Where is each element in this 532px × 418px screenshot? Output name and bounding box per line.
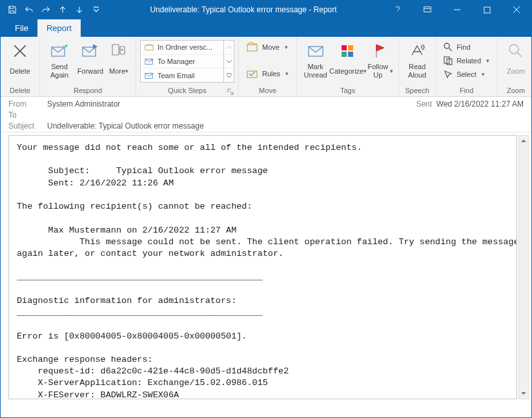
group-label-delete: Delete xyxy=(5,86,36,96)
gallery-more-icon[interactable] xyxy=(224,68,234,82)
read-aloud-icon xyxy=(407,41,427,61)
maximize-icon[interactable] xyxy=(472,1,502,19)
group-find: Find Related Select Find xyxy=(436,37,498,96)
related-button[interactable]: Related xyxy=(440,54,493,67)
gallery-down-icon[interactable] xyxy=(224,55,234,69)
group-label-tags: Tags xyxy=(301,86,394,96)
group-respond: Send Again Forward More Respond xyxy=(40,37,136,96)
close-icon[interactable] xyxy=(502,1,531,19)
ribbon: Delete Delete Send Again Forward More Re… xyxy=(1,37,531,97)
svg-rect-10 xyxy=(247,45,257,51)
group-move: Move Rules Move xyxy=(239,37,297,96)
scroll-track[interactable] xyxy=(519,146,528,388)
message-body-area: Your message did not reach some or all o… xyxy=(1,132,531,402)
scroll-up-icon[interactable] xyxy=(519,136,528,146)
title-bar: Undeliverable: Typical Outlook error mes… xyxy=(1,1,531,19)
forward-icon xyxy=(80,41,101,61)
subject-value: Undeliverable: Typical Outlook error mes… xyxy=(47,121,524,131)
quick-steps-gallery[interactable]: In Ordner versc... To Manager Team Email xyxy=(140,40,224,83)
message-body[interactable]: Your message did not reach some or all o… xyxy=(8,135,517,399)
group-speech: Read Aloud Speech xyxy=(399,37,436,96)
message-header: From System Administrator Sent Wed 2/16/… xyxy=(1,97,531,132)
svg-rect-15 xyxy=(342,52,347,57)
group-label-speech: Speech xyxy=(403,86,431,96)
ribbon-display-icon[interactable] xyxy=(413,1,442,19)
to-value xyxy=(47,110,416,120)
quick-step-item[interactable]: In Ordner versc... xyxy=(141,41,223,55)
quick-step-item[interactable]: To Manager xyxy=(141,55,223,69)
qat-customize-icon[interactable] xyxy=(88,2,104,17)
more-icon xyxy=(108,41,129,61)
sent-info: Sent Wed 2/16/2022 11:27 AM xyxy=(416,99,524,109)
from-label: From xyxy=(8,99,47,109)
follow-up-button[interactable]: Follow Up xyxy=(366,39,394,79)
group-label-respond: Respond xyxy=(44,86,132,96)
save-icon[interactable] xyxy=(5,2,20,17)
undo-icon[interactable] xyxy=(21,2,37,17)
group-quick-steps: In Ordner versc... To Manager Team Email… xyxy=(136,37,239,96)
more-respond-button[interactable]: More xyxy=(106,39,132,79)
svg-rect-16 xyxy=(348,52,353,57)
group-zoom: Zoom Zoom xyxy=(498,37,532,96)
rules-button[interactable]: Rules xyxy=(243,67,292,80)
quick-step-item[interactable]: Team Email xyxy=(141,68,223,82)
zoom-icon xyxy=(506,41,526,61)
scroll-down-icon[interactable] xyxy=(519,388,528,399)
group-delete: Delete Delete xyxy=(1,37,40,96)
select-button[interactable]: Select xyxy=(440,67,493,81)
tab-report[interactable]: Report xyxy=(37,19,81,37)
from-value: System Administrator xyxy=(47,99,416,109)
forward-button[interactable]: Forward xyxy=(75,39,106,79)
minimize-icon[interactable] xyxy=(442,1,472,19)
group-label-zoom: Zoom xyxy=(502,86,530,96)
svg-rect-7 xyxy=(145,46,153,50)
categorize-button[interactable]: Categorize xyxy=(330,39,366,79)
send-again-icon xyxy=(49,41,70,61)
move-button[interactable]: Move xyxy=(243,40,292,54)
delete-button[interactable]: Delete xyxy=(5,39,36,79)
svg-point-6 xyxy=(121,49,123,50)
redo-icon[interactable] xyxy=(38,2,54,17)
to-label: To xyxy=(8,110,47,120)
svg-point-17 xyxy=(444,43,449,48)
quick-access-toolbar xyxy=(1,2,104,17)
group-label-find: Find xyxy=(440,86,493,96)
mark-unread-icon xyxy=(305,41,326,61)
ribbon-tabs: File Report xyxy=(1,19,531,37)
group-tags: Mark Unread Categorize Follow Up Tags xyxy=(297,37,399,96)
send-again-button[interactable]: Send Again xyxy=(44,39,75,79)
subject-label: Subject xyxy=(8,121,47,131)
next-item-icon[interactable] xyxy=(72,2,87,17)
svg-rect-0 xyxy=(424,7,431,12)
categorize-icon xyxy=(338,41,358,61)
read-aloud-button[interactable]: Read Aloud xyxy=(403,39,431,79)
group-label-move: Move xyxy=(243,86,292,96)
mark-unread-button[interactable]: Mark Unread xyxy=(301,39,330,79)
window-title: Undeliverable: Typical Outlook error mes… xyxy=(104,5,383,14)
group-label-quick-steps: Quick Steps xyxy=(140,86,234,96)
svg-rect-4 xyxy=(112,45,119,55)
tab-file[interactable]: File xyxy=(6,19,37,37)
find-button[interactable]: Find xyxy=(440,40,493,54)
quick-steps-scroll xyxy=(224,40,234,83)
svg-rect-13 xyxy=(342,45,347,50)
flag-icon xyxy=(370,41,391,61)
zoom-button[interactable]: Zoom xyxy=(502,39,530,79)
window-controls xyxy=(383,1,531,19)
help-icon[interactable] xyxy=(383,1,413,19)
delete-icon xyxy=(10,41,30,61)
gallery-up-icon[interactable] xyxy=(224,41,234,55)
svg-point-20 xyxy=(509,45,518,54)
vertical-scrollbar[interactable] xyxy=(518,135,529,399)
previous-item-icon[interactable] xyxy=(55,2,70,17)
dialog-launcher-icon[interactable] xyxy=(226,87,234,96)
svg-rect-14 xyxy=(348,45,353,50)
svg-rect-1 xyxy=(484,6,489,12)
